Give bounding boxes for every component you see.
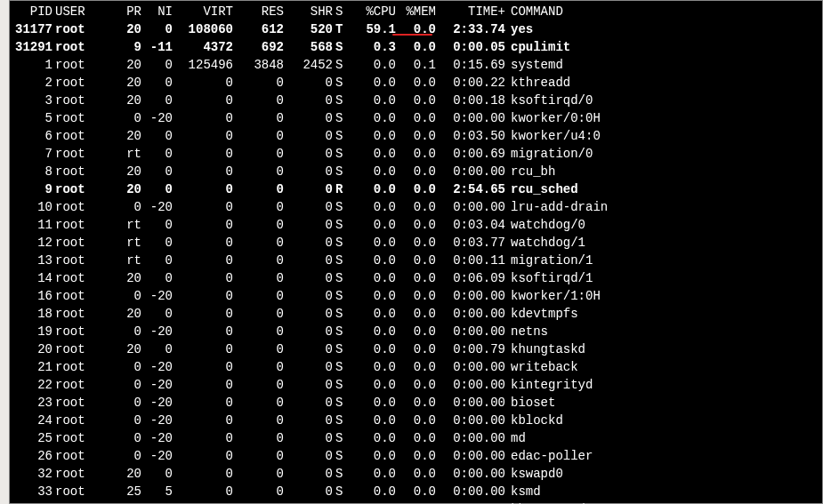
cell-pid: 21 bbox=[10, 358, 52, 376]
cell-s: S bbox=[333, 216, 351, 234]
header-time: TIME+ bbox=[436, 3, 505, 20]
header-virt: VIRT bbox=[173, 3, 233, 20]
cell-time: 0:05.74 bbox=[436, 500, 505, 504]
cell-virt: 0 bbox=[173, 109, 233, 127]
cell-cpu: 0.0 bbox=[351, 323, 396, 340]
cell-user: root bbox=[52, 429, 104, 447]
table-row: 23root0-20000S0.00.00:00.00bioset bbox=[10, 394, 822, 412]
cell-s: S bbox=[333, 429, 351, 447]
cell-mem: 0.0 bbox=[396, 38, 436, 56]
cell-pr: 0 bbox=[104, 376, 141, 394]
cell-cmd: edac-poller bbox=[505, 447, 593, 465]
cell-ni: 0 bbox=[141, 216, 173, 234]
cell-user: root bbox=[52, 483, 104, 500]
cell-pr: 0 bbox=[104, 394, 141, 412]
cell-user: root bbox=[52, 412, 104, 429]
cell-shr: 0 bbox=[284, 163, 333, 180]
cell-shr: 0 bbox=[284, 323, 333, 340]
cell-cmd: writeback bbox=[505, 358, 578, 376]
cell-ni: -20 bbox=[141, 447, 173, 465]
cell-user: root bbox=[52, 56, 104, 74]
cell-pr: rt bbox=[104, 216, 141, 234]
cell-shr: 0 bbox=[284, 465, 333, 483]
terminal[interactable]: PIDUSERPRNIVIRTRESSHRS%CPU%MEMTIME+COMMA… bbox=[9, 0, 823, 504]
header-pid: PID bbox=[10, 3, 52, 20]
cell-user: root bbox=[52, 269, 104, 287]
cell-s: S bbox=[333, 269, 351, 287]
cell-shr: 0 bbox=[284, 180, 333, 198]
cell-ni: -20 bbox=[141, 429, 173, 447]
cell-cmd: systemd bbox=[505, 56, 563, 74]
cell-pr: 20 bbox=[104, 163, 141, 180]
cell-s: S bbox=[333, 394, 351, 412]
cell-pr: 9 bbox=[104, 38, 141, 56]
cell-shr: 0 bbox=[284, 500, 333, 504]
cell-mem: 0.0 bbox=[396, 234, 436, 252]
cell-pid: 3 bbox=[10, 92, 52, 109]
cell-ni: -20 bbox=[141, 376, 173, 394]
cell-ni: 0 bbox=[141, 74, 173, 92]
cell-cmd: kswapd0 bbox=[505, 465, 563, 483]
table-row: 33root255000S0.00.00:00.00ksmd bbox=[10, 483, 822, 500]
cell-s: S bbox=[333, 287, 351, 305]
cell-s: S bbox=[333, 38, 351, 56]
cell-s: S bbox=[333, 340, 351, 358]
cell-time: 0:00.00 bbox=[436, 109, 505, 127]
cell-s: S bbox=[333, 92, 351, 109]
cell-s: S bbox=[333, 56, 351, 74]
cell-cpu: 0.0 bbox=[351, 92, 396, 109]
cell-pr: 20 bbox=[104, 340, 141, 358]
cell-pr: 25 bbox=[104, 483, 141, 500]
cell-s: S bbox=[333, 198, 351, 216]
cell-virt: 0 bbox=[173, 198, 233, 216]
cell-user: root bbox=[52, 234, 104, 252]
cell-pr: 0 bbox=[104, 323, 141, 340]
cell-virt: 0 bbox=[173, 180, 233, 198]
cell-res: 3848 bbox=[233, 56, 284, 74]
cell-res: 0 bbox=[233, 447, 284, 465]
cell-ni: -20 bbox=[141, 358, 173, 376]
cell-virt: 0 bbox=[173, 340, 233, 358]
cell-pr: 20 bbox=[104, 20, 141, 38]
cell-pid: 11 bbox=[10, 216, 52, 234]
cell-virt: 0 bbox=[173, 216, 233, 234]
cell-virt: 0 bbox=[173, 74, 233, 92]
cell-shr: 0 bbox=[284, 394, 333, 412]
cell-virt: 4372 bbox=[173, 38, 233, 56]
cell-res: 0 bbox=[233, 163, 284, 180]
cell-pid: 23 bbox=[10, 394, 52, 412]
cell-ni: 5 bbox=[141, 483, 173, 500]
cell-shr: 0 bbox=[284, 483, 333, 500]
cell-mem: 0.0 bbox=[396, 20, 436, 38]
table-row: 26root0-20000S0.00.00:00.00edac-poller bbox=[10, 447, 822, 465]
header-ni: NI bbox=[141, 3, 173, 20]
cell-res: 0 bbox=[233, 252, 284, 269]
cell-pr: rt bbox=[104, 252, 141, 269]
cell-cmd: watchdog/1 bbox=[505, 234, 585, 252]
cell-cmd: kworker/u4:0 bbox=[505, 127, 601, 145]
cell-mem: 0.0 bbox=[396, 447, 436, 465]
cell-pr: 20 bbox=[104, 56, 141, 74]
cell-pid: 31291 bbox=[10, 38, 52, 56]
cell-virt: 0 bbox=[173, 127, 233, 145]
cell-time: 0:00.05 bbox=[436, 38, 505, 56]
cell-cmd: kintegrityd bbox=[505, 376, 593, 394]
cell-time: 0:00.00 bbox=[436, 412, 505, 429]
cell-cpu: 0.0 bbox=[351, 198, 396, 216]
cell-cpu: 0.0 bbox=[351, 376, 396, 394]
table-row: 21root0-20000S0.00.00:00.00writeback bbox=[10, 358, 822, 376]
cell-cpu: 0.3 bbox=[351, 38, 396, 56]
cell-user: root bbox=[52, 20, 104, 38]
cell-user: root bbox=[52, 376, 104, 394]
cell-cpu: 0.0 bbox=[351, 483, 396, 500]
table-row: 16root0-20000S0.00.00:00.00kworker/1:0H bbox=[10, 287, 822, 305]
cell-mem: 0.0 bbox=[396, 92, 436, 109]
cell-shr: 520 bbox=[284, 20, 333, 38]
cell-pr: 20 bbox=[104, 127, 141, 145]
cell-pr: rt bbox=[104, 234, 141, 252]
table-row: 7rootrt0000S0.00.00:00.69migration/0 bbox=[10, 145, 822, 163]
cell-virt: 0 bbox=[173, 358, 233, 376]
cell-pid: 12 bbox=[10, 234, 52, 252]
cell-cmd: kworker/1:0H bbox=[505, 287, 601, 305]
cell-cmd: kdevtmpfs bbox=[505, 305, 578, 323]
